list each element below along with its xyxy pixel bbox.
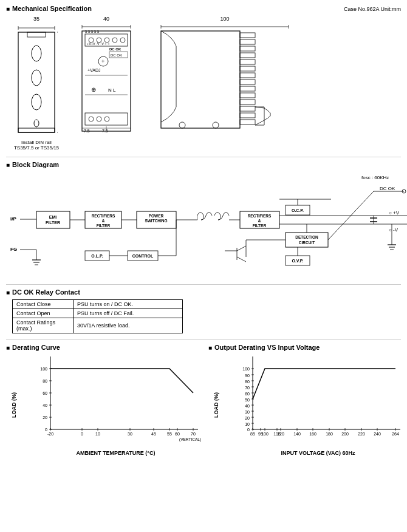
svg-text:180: 180: [326, 432, 333, 436]
derating-curve-svg: 0 20 40 60 80 100 -20 0: [29, 353, 202, 448]
svg-text:(VERTICAL): (VERTICAL): [179, 437, 201, 442]
svg-point-23: [120, 38, 125, 43]
svg-text:70: 70: [191, 432, 196, 436]
svg-rect-55: [240, 73, 255, 78]
svg-text:30: 30: [245, 410, 250, 414]
derating-y-label: LOAD (%): [11, 392, 17, 418]
svg-text:DC OK: DC OK: [109, 47, 121, 51]
relay-table-row: Contact ClosePSU turns on / DC OK.: [13, 300, 183, 309]
svg-text:100: 100: [261, 432, 268, 436]
relay-table-row: Contact Ratings (max.)30V/1A resistive l…: [13, 318, 183, 333]
fosc-label: fosc : 60KHz: [361, 175, 389, 180]
svg-text:I/P: I/P: [10, 216, 16, 222]
svg-text:55: 55: [167, 432, 172, 436]
svg-text:7.5: 7.5: [84, 129, 90, 133]
relay-value: 30V/1A resistive load.: [74, 318, 183, 333]
svg-text:⊕: ⊕: [91, 86, 96, 93]
relay-value: PSU turns off / DC Fail.: [74, 309, 183, 318]
relay-table-row: Contact OpenPSU turns off / DC Fail.: [13, 309, 183, 318]
svg-rect-9: [18, 128, 55, 132]
din-rail-svg: 90: [15, 23, 58, 138]
svg-text:RECTIFIERS: RECTIFIERS: [248, 214, 272, 218]
svg-line-115: [237, 257, 246, 262]
mechanical-drawings: 35 90: [6, 16, 401, 151]
svg-text:FG: FG: [10, 247, 17, 252]
svg-text:60: 60: [175, 432, 180, 436]
svg-point-5: [32, 46, 41, 61]
svg-rect-49: [240, 33, 255, 38]
svg-rect-56: [240, 80, 255, 84]
svg-text:70: 70: [245, 386, 250, 390]
output-derating-x-label: INPUT VOLTAGE (VAC) 60Hz: [231, 450, 405, 456]
svg-text:80: 80: [245, 380, 250, 384]
svg-text:10: 10: [95, 432, 100, 436]
svg-text:0: 0: [45, 428, 47, 432]
svg-rect-48: [161, 31, 240, 128]
svg-text:DC OK: DC OK: [111, 53, 122, 57]
svg-point-64: [213, 122, 219, 128]
svg-text:+V+V -V -V  ○  ○: +V+V -V -V ○ ○: [87, 42, 110, 46]
svg-text:45: 45: [151, 432, 156, 436]
svg-rect-62: [240, 120, 255, 124]
svg-text:20: 20: [245, 416, 250, 420]
dim-width-40: 40: [103, 16, 109, 22]
svg-text:100: 100: [40, 367, 47, 371]
svg-point-7: [32, 94, 41, 110]
svg-text:220: 220: [358, 432, 365, 436]
drawing-din-rail: 35 90: [12, 16, 61, 151]
svg-text:160: 160: [309, 432, 316, 436]
relay-table: Contact ClosePSU turns on / DC OK.Contac…: [12, 299, 183, 333]
svg-rect-58: [240, 93, 255, 98]
block-diagram-title: Block Diagram: [6, 161, 401, 168]
svg-point-38: [97, 117, 101, 121]
dc-ok-label: DC OK: [380, 186, 395, 191]
relay-contact-section: DC OK Relay Contact Contact ClosePSU tur…: [6, 284, 401, 333]
derating-x-label: AMBIENT TEMPERATURE (°C): [29, 450, 202, 456]
svg-text:60: 60: [245, 392, 250, 396]
dim-width-100: 100: [220, 16, 229, 22]
svg-text:200: 200: [341, 432, 349, 436]
svg-point-63: [179, 122, 185, 128]
svg-rect-3: [18, 32, 55, 132]
svg-text:0: 0: [247, 428, 250, 432]
derating-curve-title: Derating Curve: [6, 344, 202, 351]
svg-rect-51: [240, 46, 255, 51]
svg-text:240: 240: [374, 432, 381, 436]
svg-rect-36: [85, 113, 128, 125]
relay-label: Contact Ratings (max.): [13, 318, 74, 333]
svg-text:50: 50: [245, 398, 250, 402]
svg-text:80: 80: [43, 379, 47, 383]
svg-text:100: 100: [242, 367, 250, 371]
svg-text:120: 120: [277, 432, 284, 436]
svg-text:5  5  5  5  5: 5 5 5 5 5: [85, 30, 100, 33]
svg-text:-20: -20: [47, 432, 53, 436]
svg-text:20: 20: [43, 415, 47, 420]
relay-label: Contact Open: [13, 309, 74, 318]
svg-text:POWER: POWER: [149, 214, 164, 218]
svg-text:DETECTION: DETECTION: [295, 235, 318, 239]
svg-text:7.5: 7.5: [102, 129, 108, 133]
svg-text:O.L.P.: O.L.P.: [91, 254, 103, 258]
svg-text:+VADJ: +VADJ: [87, 68, 100, 72]
svg-text:140: 140: [293, 432, 301, 436]
svg-rect-59: [240, 100, 255, 104]
svg-text:SWITCHING: SWITCHING: [145, 219, 167, 223]
svg-text:40: 40: [43, 403, 47, 408]
svg-text:FILTER: FILTER: [46, 220, 60, 225]
svg-line-114: [237, 246, 246, 251]
dim-width-35: 35: [33, 16, 39, 22]
output-derating-y-label: LOAD (%): [213, 392, 219, 418]
mechanical-section: Mechanical Specification Case No.962A Un…: [6, 5, 401, 151]
svg-text:CIRCUIT: CIRCUIT: [299, 240, 315, 245]
svg-text:0: 0: [81, 432, 83, 436]
svg-point-39: [104, 117, 109, 121]
charts-section: Derating Curve LOAD (%) 0 20 40 60 80 10…: [6, 339, 401, 456]
derating-curve-section: Derating Curve LOAD (%) 0 20 40 60 80 10…: [6, 344, 202, 456]
svg-text:10: 10: [245, 422, 250, 426]
output-derating-title: Output Derating VS Input Voltage: [208, 344, 405, 351]
svg-text:O.C.P.: O.C.P.: [292, 208, 304, 213]
svg-text:○ -V: ○ -V: [389, 227, 398, 233]
svg-point-6: [32, 70, 41, 86]
heatsink-svg: [158, 22, 292, 137]
case-info: Case No.962A Unit:mm: [344, 6, 401, 12]
